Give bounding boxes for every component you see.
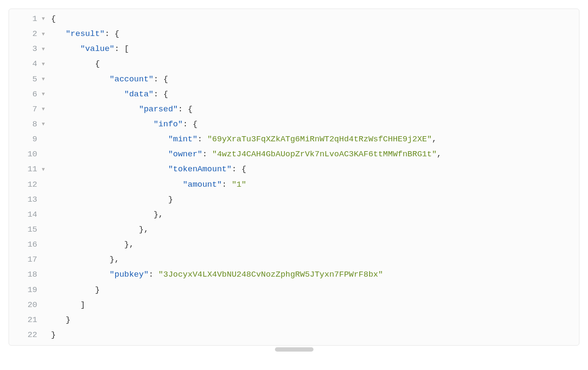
code-line[interactable]: 21▼ }: [9, 313, 579, 328]
line-number: 8: [33, 117, 37, 132]
json-brace: }: [168, 195, 173, 204]
code-line[interactable]: 10▼ "owner": "4wztJ4CAH4GbAUopZrVk7nLvoA…: [9, 147, 579, 162]
line-number: 10: [27, 147, 37, 162]
json-comma: ,: [432, 134, 436, 144]
code-line[interactable]: 7▼ "parsed": {: [9, 102, 579, 117]
line-number-gutter: 20: [9, 298, 39, 313]
json-key: "pubkey": [110, 270, 149, 279]
code-line[interactable]: 8▼ "info": {: [9, 117, 579, 132]
line-number: 21: [27, 313, 37, 328]
json-key: "data": [124, 90, 153, 99]
json-bracket: ]: [80, 300, 85, 310]
json-brace: {: [95, 59, 100, 69]
line-number: 11: [27, 162, 37, 177]
line-number-gutter: 9: [9, 132, 39, 147]
code-line[interactable]: 17▼ },: [9, 252, 579, 267]
line-number-gutter: 4: [9, 57, 39, 72]
code-line[interactable]: 19▼ }: [9, 283, 579, 298]
line-number-gutter: 22: [9, 328, 39, 343]
indent: [51, 270, 110, 279]
code-line[interactable]: 20▼ ]: [9, 298, 579, 313]
json-brace: {: [188, 104, 192, 114]
code-line[interactable]: 3▼ "value": [: [9, 42, 579, 57]
json-colon: :: [153, 75, 163, 84]
line-number: 13: [27, 192, 37, 207]
code-content: }: [48, 313, 579, 328]
json-string-value: "4wztJ4CAH4GbAUopZrVk7nLvoAC3KAF6ttMMWfn…: [212, 149, 437, 159]
fold-toggle-icon[interactable]: ▼: [39, 87, 48, 102]
json-key: "result": [66, 29, 104, 39]
json-colon: :: [149, 270, 158, 279]
json-bracket: [: [124, 44, 129, 54]
code-content: },: [48, 207, 579, 222]
code-line[interactable]: 22▼}: [9, 328, 579, 343]
code-line[interactable]: 15▼ },: [9, 222, 579, 237]
fold-toggle-icon[interactable]: ▼: [39, 27, 48, 42]
indent: [51, 210, 153, 219]
json-brace: }: [51, 330, 56, 340]
scrollbar-thumb[interactable]: [275, 347, 313, 352]
code-line[interactable]: 14▼ },: [9, 207, 579, 222]
json-brace: }: [95, 285, 100, 295]
json-colon: :: [232, 164, 242, 174]
code-content: },: [48, 252, 579, 267]
code-line[interactable]: 1▼{: [9, 12, 579, 27]
json-string-value: "69yXraTu3FqXZkATg6MiRnWT2qHd4tRzWsfCHHE…: [207, 134, 432, 144]
line-number: 9: [33, 132, 37, 147]
json-brace: }: [124, 240, 129, 249]
indent: [51, 285, 95, 295]
json-colon: :: [178, 104, 188, 114]
line-number-gutter: 8: [9, 117, 39, 132]
code-content: "tokenAmount": {: [48, 162, 579, 177]
fold-toggle-icon[interactable]: ▼: [39, 57, 48, 72]
code-content: }: [48, 328, 579, 343]
line-number: 16: [27, 237, 37, 252]
code-line[interactable]: 9▼ "mint": "69yXraTu3FqXZkATg6MiRnWT2qHd…: [9, 132, 579, 147]
code-line[interactable]: 11▼ "tokenAmount": {: [9, 162, 579, 177]
indent: [51, 315, 66, 325]
line-number-gutter: 17: [9, 252, 39, 267]
code-line[interactable]: 16▼ },: [9, 237, 579, 252]
code-content: "parsed": {: [48, 102, 579, 117]
line-number: 3: [33, 42, 37, 57]
code-content: "mint": "69yXraTu3FqXZkATg6MiRnWT2qHd4tR…: [48, 132, 579, 147]
code-line[interactable]: 18▼ "pubkey": "3JocyxV4LX4VbNU248CvNozZp…: [9, 267, 579, 282]
json-brace: {: [193, 119, 197, 129]
line-number: 7: [33, 102, 37, 117]
fold-toggle-icon[interactable]: ▼: [39, 102, 48, 117]
fold-toggle-icon[interactable]: ▼: [39, 42, 48, 57]
line-number-gutter: 18: [9, 267, 39, 282]
json-comma: ,: [144, 225, 149, 234]
line-number: 12: [27, 177, 37, 192]
code-content: {: [48, 12, 579, 27]
indent: [51, 149, 168, 159]
json-colon: :: [153, 90, 163, 99]
indent: [51, 90, 124, 99]
code-line[interactable]: 5▼ "account": {: [9, 72, 579, 87]
code-editor[interactable]: 1▼{2▼ "result": {3▼ "value": [4▼ {5▼ "ac…: [9, 9, 579, 346]
code-content: ]: [48, 298, 579, 313]
indent: [51, 180, 183, 189]
code-line[interactable]: 2▼ "result": {: [9, 27, 579, 42]
line-number-gutter: 2: [9, 27, 39, 42]
code-line[interactable]: 6▼ "data": {: [9, 87, 579, 102]
json-brace: }: [153, 210, 158, 219]
indent: [51, 255, 110, 264]
fold-toggle-icon[interactable]: ▼: [39, 162, 48, 177]
indent: [51, 44, 80, 54]
fold-toggle-icon[interactable]: ▼: [39, 12, 48, 27]
json-comma: ,: [114, 255, 119, 264]
json-colon: :: [114, 44, 124, 54]
json-comma: ,: [158, 210, 163, 219]
code-line[interactable]: 4▼ {: [9, 57, 579, 72]
fold-toggle-icon[interactable]: ▼: [39, 117, 48, 132]
code-content: "value": [: [48, 42, 579, 57]
code-line[interactable]: 12▼ "amount": "1": [9, 177, 579, 192]
line-number-gutter: 5: [9, 72, 39, 87]
json-colon: :: [183, 119, 193, 129]
code-line[interactable]: 13▼ }: [9, 192, 579, 207]
code-content: },: [48, 222, 579, 237]
fold-toggle-icon[interactable]: ▼: [39, 72, 48, 87]
line-number: 19: [27, 283, 37, 298]
json-colon: :: [104, 29, 114, 39]
